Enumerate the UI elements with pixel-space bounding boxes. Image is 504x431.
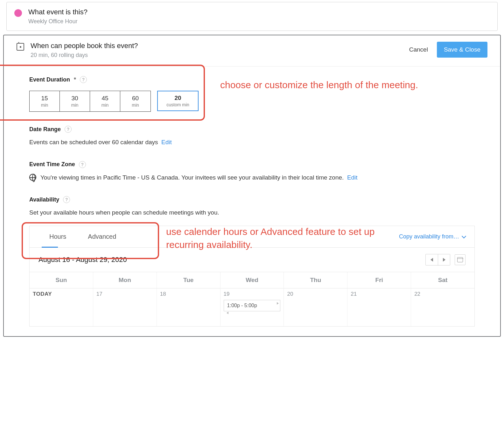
duration-option-custom[interactable]: 20 custom min	[157, 91, 199, 111]
weekday-head-thu: Thu	[284, 272, 347, 288]
weekday-head-fri: Fri	[347, 272, 411, 288]
event-type-summary-card[interactable]: What event is this? Weekly Office Hour	[6, 2, 498, 31]
weekday-head-wed: Wed	[220, 272, 284, 288]
date-range-desc: Events can be scheduled over 60 calendar…	[29, 139, 158, 145]
event-color-dot	[14, 9, 22, 17]
duration-option-60[interactable]: 60 min	[120, 91, 150, 111]
duration-option-30[interactable]: 30 min	[60, 91, 90, 111]
tab-advanced[interactable]: Advanced	[77, 226, 127, 247]
weekday-head-sun: Sun	[30, 272, 93, 288]
availability-label: Availability	[29, 196, 59, 203]
booking-section-subtitle: 20 min, 60 rolling days	[31, 52, 138, 59]
calendar-cell[interactable]: 22	[411, 288, 474, 326]
duration-label: Event Duration	[29, 76, 70, 83]
today-label: TODAY	[33, 291, 90, 297]
calendar-cell-today[interactable]: TODAY	[30, 288, 93, 326]
date-range-title: August 16 - August 29, 2020	[38, 256, 127, 264]
duration-option-45[interactable]: 45 min	[90, 91, 120, 111]
help-icon[interactable]: ?	[65, 126, 72, 133]
copy-availability-link[interactable]: Copy availability from…	[399, 233, 466, 240]
calendar-cell[interactable]: 21	[347, 288, 411, 326]
date-range-label: Date Range	[29, 126, 61, 133]
weekday-head-tue: Tue	[157, 272, 220, 288]
arrow-left-icon	[227, 312, 228, 314]
timezone-desc: You're viewing times in Pacific Time - U…	[40, 174, 344, 181]
help-icon[interactable]: ?	[79, 161, 86, 168]
calendar-cell[interactable]: 17	[93, 288, 157, 326]
availability-desc: Set your available hours when people can…	[29, 208, 475, 217]
booking-section-title: When can people book this event?	[31, 42, 138, 50]
chevron-left-icon	[430, 258, 433, 262]
calendar-cell[interactable]: 20	[284, 288, 347, 326]
jump-to-date-button[interactable]	[455, 254, 466, 265]
weekday-head-sat: Sat	[411, 272, 474, 288]
booking-settings-card: When can people book this event? 20 min,…	[3, 35, 501, 337]
calendar-icon	[17, 43, 24, 51]
timezone-label: Event Time Zone	[29, 161, 75, 168]
prev-week-button[interactable]	[426, 254, 438, 265]
calendar-cell[interactable]: 18	[157, 288, 220, 326]
event-type-question: What event is this?	[28, 8, 88, 16]
help-icon[interactable]: ?	[80, 76, 87, 83]
save-close-button[interactable]: Save & Close	[437, 42, 487, 58]
arrow-right-icon	[277, 302, 279, 305]
next-week-button[interactable]	[438, 254, 450, 265]
globe-icon	[29, 174, 36, 181]
date-range-edit-link[interactable]: Edit	[161, 139, 172, 145]
chevron-right-icon	[443, 258, 445, 262]
chevron-down-icon	[462, 234, 466, 238]
required-star: *	[74, 76, 76, 83]
duration-option-group: 15 min 30 min 45 min 60 min	[29, 91, 151, 112]
duration-option-15[interactable]: 15 min	[30, 91, 60, 111]
timezone-edit-link[interactable]: Edit	[347, 174, 358, 181]
availability-block[interactable]: 1:00p - 5:00p	[224, 300, 281, 311]
tab-hours[interactable]: Hours	[38, 226, 77, 247]
calendar-cell[interactable]: 19 1:00p - 5:00p	[220, 288, 284, 326]
weekday-head-mon: Mon	[93, 272, 157, 288]
event-type-name: Weekly Office Hour	[28, 18, 88, 25]
availability-calendar-card: Hours Advanced Copy availability from… A…	[29, 226, 475, 327]
help-icon[interactable]: ?	[63, 196, 70, 203]
cancel-button[interactable]: Cancel	[408, 43, 429, 56]
calendar-mini-icon	[457, 257, 463, 262]
